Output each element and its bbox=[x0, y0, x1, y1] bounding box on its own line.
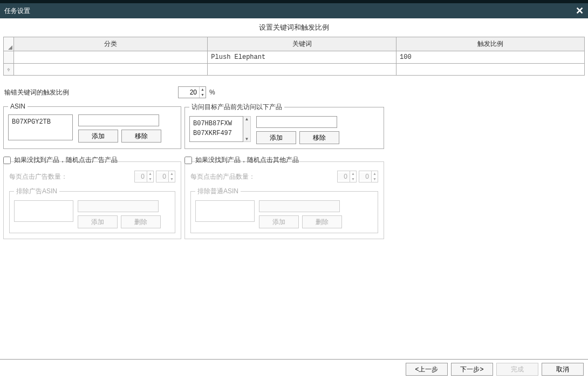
list-item[interactable]: B07XKRF497 bbox=[193, 128, 240, 138]
cell-ratio[interactable]: 100 bbox=[396, 51, 585, 64]
window-title: 任务设置 bbox=[4, 3, 30, 18]
other-exclude-input[interactable] bbox=[259, 200, 340, 212]
row-indicator bbox=[4, 51, 14, 64]
ad-group: 每页点击广告数量： ▲▼ ▲▼ 排除广告ASIN bbox=[3, 161, 181, 239]
other-spinner2[interactable]: ▲▼ bbox=[359, 171, 378, 182]
other-exclude-legend: 排除普通ASIN bbox=[195, 187, 241, 196]
title-bar: 任务设置 ✕ bbox=[0, 3, 588, 18]
list-item[interactable]: B07XPGY2TB bbox=[12, 117, 69, 127]
visit-input[interactable] bbox=[256, 116, 337, 128]
other-checkbox[interactable] bbox=[184, 157, 192, 164]
spin-down-icon[interactable]: ▼ bbox=[200, 92, 206, 98]
ad-exclude-legend: 排除广告ASIN bbox=[14, 187, 59, 196]
visit-remove-button[interactable]: 移除 bbox=[299, 131, 339, 144]
other-exclude-listbox[interactable] bbox=[195, 200, 255, 222]
ad-exclude-add-button[interactable]: 添加 bbox=[78, 215, 118, 228]
new-row-icon: ⎀ bbox=[4, 64, 14, 76]
visit-fieldset: 访问目标产品前先访问以下产品 B07HB87FXW B07XKRF497 ▲ ▼ bbox=[184, 103, 384, 149]
asin-add-button[interactable]: 添加 bbox=[78, 130, 118, 143]
mistype-input[interactable] bbox=[179, 89, 199, 96]
cell-category[interactable] bbox=[14, 51, 208, 64]
scrollbar[interactable]: ▲ ▼ bbox=[243, 116, 251, 142]
visit-listbox[interactable]: B07HB87FXW B07XKRF497 bbox=[189, 116, 243, 142]
asin-fieldset: ASIN B07XPGY2TB 添加 移除 bbox=[3, 103, 181, 149]
table-row[interactable]: Plush Elephant 100 bbox=[4, 51, 585, 64]
ad-exclude-listbox[interactable] bbox=[14, 200, 73, 222]
col-category[interactable]: 分类 bbox=[14, 37, 208, 51]
spin-up-icon[interactable]: ▲ bbox=[200, 87, 206, 92]
ad-checkbox[interactable] bbox=[3, 157, 11, 164]
section-title: 设置关键词和触发比例 bbox=[3, 18, 585, 37]
cell-keyword[interactable]: Plush Elephant bbox=[208, 51, 396, 64]
other-exclude-del-button[interactable]: 删除 bbox=[302, 215, 342, 228]
visit-legend: 访问目标产品前先访问以下产品 bbox=[189, 103, 284, 112]
asin-listbox[interactable]: B07XPGY2TB bbox=[8, 114, 73, 140]
mistype-spinner[interactable]: ▲ ▼ bbox=[178, 86, 206, 98]
keyword-table: 分类 关键词 触发比例 Plush Elephant 100 ⎀ bbox=[3, 37, 585, 76]
col-ratio[interactable]: 触发比例 bbox=[396, 37, 585, 51]
ad-checkbox-label: 如果没找到产品，随机点击广告产品 bbox=[14, 155, 118, 165]
close-icon[interactable]: ✕ bbox=[576, 3, 584, 18]
ad-exclude-input[interactable] bbox=[78, 200, 159, 212]
percent-label: % bbox=[209, 89, 215, 96]
visit-add-button[interactable]: 添加 bbox=[256, 131, 296, 144]
asin-remove-button[interactable]: 移除 bbox=[121, 130, 161, 143]
other-spinner1[interactable]: ▲▼ bbox=[337, 171, 357, 182]
ad-exclude-del-button[interactable]: 删除 bbox=[121, 215, 161, 228]
asin-legend: ASIN bbox=[8, 103, 28, 110]
other-exclude-fieldset: 排除普通ASIN 添加 删除 bbox=[190, 187, 378, 233]
scroll-up-icon[interactable]: ▲ bbox=[243, 117, 250, 121]
ad-perpage-label: 每页点击广告数量： bbox=[9, 172, 132, 181]
table-new-row[interactable]: ⎀ bbox=[4, 64, 585, 76]
list-item[interactable]: B07HB87FXW bbox=[193, 119, 240, 128]
table-corner[interactable] bbox=[4, 37, 14, 51]
other-exclude-add-button[interactable]: 添加 bbox=[259, 215, 299, 228]
scroll-down-icon[interactable]: ▼ bbox=[243, 137, 250, 141]
col-keyword[interactable]: 关键词 bbox=[208, 37, 396, 51]
asin-input[interactable] bbox=[78, 114, 159, 126]
other-perpage-label: 每页点击的产品数量： bbox=[190, 172, 335, 181]
ad-spinner1[interactable]: ▲▼ bbox=[134, 171, 154, 182]
other-group: 每页点击的产品数量： ▲▼ ▲▼ 排除普通ASIN bbox=[184, 161, 384, 239]
ad-exclude-fieldset: 排除广告ASIN 添加 删除 bbox=[9, 187, 175, 233]
mistype-label: 输错关键词的触发比例 bbox=[4, 88, 69, 97]
other-checkbox-label: 如果没找到产品，随机点击其他产品 bbox=[195, 155, 299, 165]
ad-spinner2[interactable]: ▲▼ bbox=[156, 171, 175, 182]
